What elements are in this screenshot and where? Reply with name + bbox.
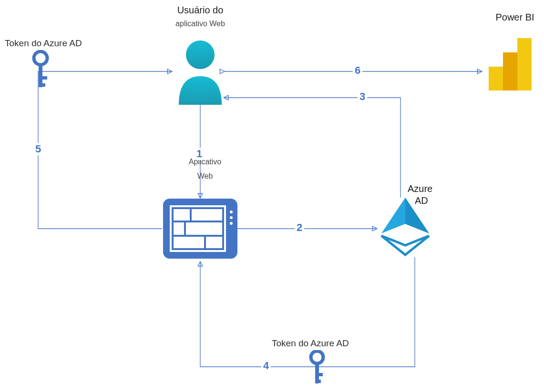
powerbi-title: Power BI bbox=[491, 12, 539, 23]
edge-label-4: 4 bbox=[261, 360, 271, 372]
edge-label-5: 5 bbox=[33, 143, 43, 155]
azuread-icon bbox=[377, 195, 434, 257]
edge-label-1: 1 bbox=[195, 148, 204, 160]
edge-label-3: 3 bbox=[358, 90, 367, 103]
azuread-title: Azure bbox=[408, 183, 446, 194]
svg-point-3 bbox=[186, 40, 215, 69]
connectors-layer bbox=[0, 0, 544, 392]
user-subtitle: aplicativo Web bbox=[167, 19, 234, 28]
key-icon-2 bbox=[305, 350, 329, 388]
svg-rect-27 bbox=[315, 373, 323, 376]
edge-label-6: 6 bbox=[353, 64, 362, 77]
token2-title: Token do Azure AD bbox=[272, 338, 367, 349]
user-title: Usuário do bbox=[167, 5, 234, 16]
svg-rect-6 bbox=[517, 38, 532, 90]
svg-point-7 bbox=[34, 51, 47, 65]
svg-point-25 bbox=[311, 351, 323, 363]
webapp-subtitle: Web bbox=[181, 171, 229, 181]
svg-point-20 bbox=[230, 216, 233, 219]
edge-label-2: 2 bbox=[295, 221, 304, 234]
svg-rect-12 bbox=[170, 205, 226, 252]
token1-title: Token do Azure AD bbox=[5, 38, 100, 49]
tablet-icon bbox=[162, 198, 238, 260]
svg-rect-4 bbox=[489, 67, 503, 90]
powerbi-icon bbox=[484, 33, 536, 90]
svg-point-19 bbox=[230, 211, 233, 213]
svg-rect-28 bbox=[315, 380, 321, 383]
key-icon bbox=[29, 50, 52, 93]
svg-rect-10 bbox=[39, 83, 45, 87]
diagram-canvas: Usuário do aplicativo Web Power BI Token… bbox=[0, 0, 544, 392]
svg-marker-24 bbox=[381, 236, 429, 255]
svg-marker-23 bbox=[405, 198, 429, 233]
webapp-title: Aplicativo bbox=[181, 157, 229, 166]
user-icon bbox=[172, 33, 229, 105]
svg-rect-5 bbox=[503, 52, 517, 90]
svg-point-21 bbox=[230, 222, 233, 225]
svg-rect-9 bbox=[39, 76, 47, 80]
